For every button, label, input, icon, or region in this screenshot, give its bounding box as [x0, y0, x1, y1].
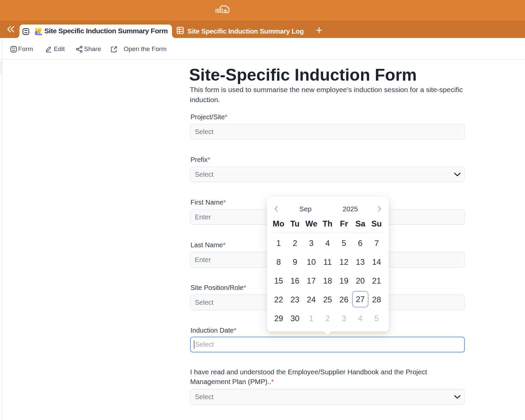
svg-text:iSO: iSO: [215, 7, 223, 14]
